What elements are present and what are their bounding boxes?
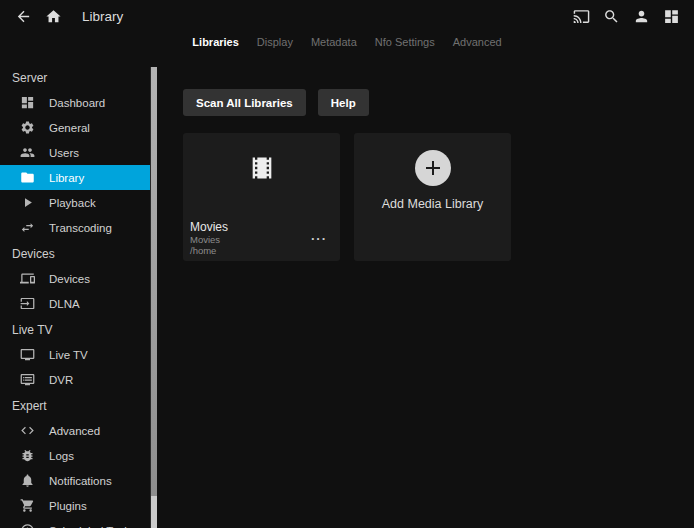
sidebar-section-livetv: Live TV Live TV DVR <box>0 322 158 392</box>
card-footer: Movies Movies /home ··· <box>190 220 333 256</box>
film-icon <box>183 154 340 182</box>
sidebar-item-library[interactable]: Library <box>0 165 150 190</box>
tab-advanced[interactable]: Advanced <box>453 36 502 48</box>
sidebar-section-devices: Devices Devices DLNA <box>0 246 158 316</box>
devices-icon <box>20 271 35 286</box>
sidebar-item-scheduled-tasks[interactable]: Scheduled Tasks <box>0 518 150 528</box>
tab-strip: Libraries Display Metadata Nfo Settings … <box>0 32 694 52</box>
main-content: Scan All Libraries Help Movies Movies /h… <box>158 52 694 528</box>
cart-icon <box>20 498 35 513</box>
section-header-devices: Devices <box>12 246 146 262</box>
sidebar-item-logs[interactable]: Logs <box>0 443 150 468</box>
tab-libraries[interactable]: Libraries <box>192 36 238 48</box>
add-media-library-label: Add Media Library <box>382 197 483 211</box>
sidebar-item-dlna[interactable]: DLNA <box>0 291 150 316</box>
tab-nfo-settings[interactable]: Nfo Settings <box>375 36 435 48</box>
sidebar-item-users[interactable]: Users <box>0 140 150 165</box>
sidebar-section-expert: Expert Advanced Logs Notifications Plugi… <box>0 398 158 528</box>
input-icon <box>20 296 35 311</box>
sidebar-item-dashboard[interactable]: Dashboard <box>0 90 150 115</box>
gear-icon <box>20 120 35 135</box>
search-icon[interactable] <box>596 1 626 31</box>
section-header-server: Server <box>12 70 146 86</box>
home-icon[interactable] <box>38 1 68 31</box>
folder-icon <box>20 170 35 185</box>
add-media-library-card[interactable]: Add Media Library <box>354 133 511 261</box>
sidebar-item-devices[interactable]: Devices <box>0 266 150 291</box>
sidebar-item-notifications[interactable]: Notifications <box>0 468 150 493</box>
sidebar-section-server: Server Dashboard General Users Library P… <box>0 70 158 240</box>
cast-icon[interactable] <box>566 1 596 31</box>
scan-all-libraries-button[interactable]: Scan All Libraries <box>183 89 306 116</box>
page-title: Library <box>82 9 123 24</box>
sidebar-scrollbar[interactable] <box>150 67 157 528</box>
section-header-expert: Expert <box>12 398 146 414</box>
app-window: Library Libraries Display Metadata Nfo S… <box>0 0 694 528</box>
library-path: /home <box>190 245 333 256</box>
dashboard-grid-icon <box>20 95 35 110</box>
card-menu-icon[interactable]: ··· <box>309 232 329 246</box>
library-card-movies[interactable]: Movies Movies /home ··· <box>183 133 340 261</box>
scrollbar-thumb[interactable] <box>151 67 157 496</box>
tab-metadata[interactable]: Metadata <box>311 36 357 48</box>
play-icon <box>20 195 35 210</box>
transcode-icon <box>20 220 35 235</box>
section-header-livetv: Live TV <box>12 322 146 338</box>
bug-icon <box>20 448 35 463</box>
bell-icon <box>20 473 35 488</box>
sidebar: Server Dashboard General Users Library P… <box>0 52 158 528</box>
sidebar-item-transcoding[interactable]: Transcoding <box>0 215 150 240</box>
sidebar-item-playback[interactable]: Playback <box>0 190 150 215</box>
tv-icon <box>20 347 35 362</box>
back-icon[interactable] <box>8 1 38 31</box>
sidebar-item-advanced[interactable]: Advanced <box>0 418 150 443</box>
sidebar-item-general[interactable]: General <box>0 115 150 140</box>
sidebar-item-dvr[interactable]: DVR <box>0 367 150 392</box>
tab-display[interactable]: Display <box>257 36 293 48</box>
clock-icon <box>20 523 35 528</box>
dashboard-grid-icon[interactable] <box>656 1 686 31</box>
plus-icon <box>415 150 451 186</box>
sidebar-item-live-tv[interactable]: Live TV <box>0 342 150 367</box>
sidebar-item-plugins[interactable]: Plugins <box>0 493 150 518</box>
user-icon[interactable] <box>626 1 656 31</box>
users-icon <box>20 145 35 160</box>
top-bar: Library Libraries Display Metadata Nfo S… <box>0 0 694 52</box>
code-icon <box>20 423 35 438</box>
help-button[interactable]: Help <box>318 89 369 116</box>
dvr-icon <box>20 372 35 387</box>
